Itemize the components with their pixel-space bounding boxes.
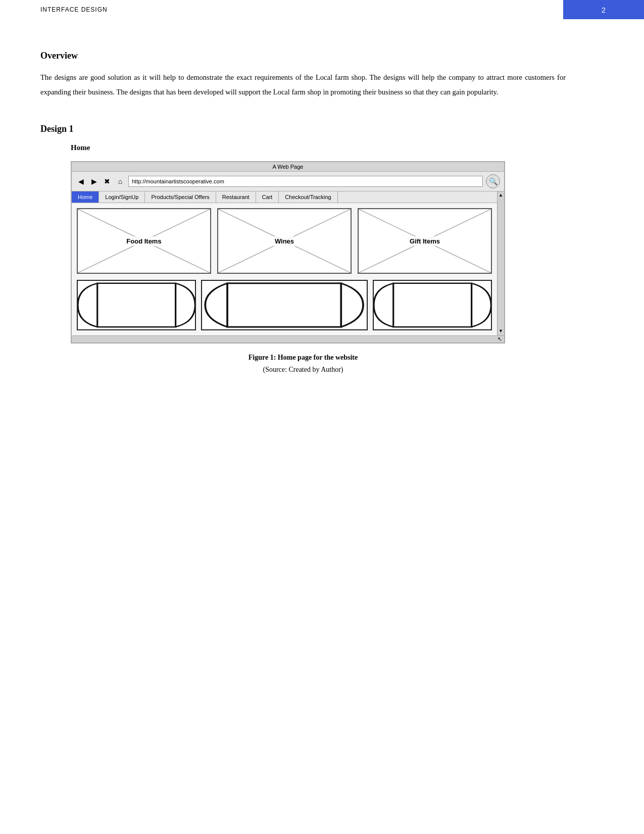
product-row: Food Items Wines xyxy=(77,208,492,274)
nav-menu-container: Home Login/SignUp Products/Special Offer… xyxy=(72,191,504,203)
nav-cart[interactable]: Cart xyxy=(256,191,279,203)
gift-items-label: Gift Items xyxy=(407,236,443,246)
close-button[interactable]: ✖ xyxy=(102,176,112,186)
carousel-item-1[interactable] xyxy=(77,280,196,330)
home-subtitle: Home xyxy=(71,143,566,152)
nav-login[interactable]: Login/SignUp xyxy=(99,191,145,203)
nav-home[interactable]: Home xyxy=(72,191,99,203)
browser-statusbar: ↖ xyxy=(72,335,504,342)
right-scrollbar[interactable]: ▼ xyxy=(497,203,504,335)
nav-menu: Home Login/SignUp Products/Special Offer… xyxy=(72,191,497,203)
back-button[interactable]: ◀ xyxy=(76,176,86,186)
header-title: INTERFACE DESIGN xyxy=(40,6,108,13)
nav-restaurant[interactable]: Restaurant xyxy=(216,191,256,203)
browser-title-bar: A Web Page xyxy=(72,162,504,172)
overview-paragraph: The designs are good solution as it will… xyxy=(40,70,566,100)
figure-caption: Figure 1: Home page for the website xyxy=(40,354,566,362)
figure-source: (Source: Created by Author) xyxy=(40,366,566,374)
svg-marker-7 xyxy=(227,283,341,327)
nav-products[interactable]: Products/Special Offers xyxy=(145,191,216,203)
browser-content: Food Items Wines xyxy=(72,203,504,335)
svg-marker-8 xyxy=(393,283,471,327)
page-number-badge: 2 xyxy=(563,0,644,19)
overview-title: Overview xyxy=(40,51,566,61)
search-button[interactable]: 🔍 xyxy=(486,174,500,188)
browser-mockup: A Web Page ◀ ▶ ✖ ⌂ http://mountainartist… xyxy=(71,161,505,344)
home-button[interactable]: ⌂ xyxy=(115,176,125,186)
forward-button[interactable]: ▶ xyxy=(89,176,99,186)
nav-checkout[interactable]: Checkout/Tracking xyxy=(279,191,337,203)
svg-marker-6 xyxy=(97,283,176,327)
gift-items-box[interactable]: Gift Items xyxy=(358,208,492,274)
browser-inner: Food Items Wines xyxy=(72,203,497,335)
carousel-item-2[interactable] xyxy=(201,280,367,330)
scrollbar-top[interactable]: ▲ xyxy=(497,191,504,203)
wines-label: Wines xyxy=(272,236,297,246)
browser-toolbar: ◀ ▶ ✖ ⌂ http://mountainartistscooperativ… xyxy=(72,172,504,191)
wines-box[interactable]: Wines xyxy=(217,208,352,274)
carousel-item-3[interactable] xyxy=(373,280,492,330)
design1-title: Design 1 xyxy=(40,124,566,134)
carousel-row xyxy=(77,280,492,330)
food-items-box[interactable]: Food Items xyxy=(77,208,211,274)
food-items-label: Food Items xyxy=(123,236,164,246)
address-bar[interactable]: http://mountainartistscooperative.com xyxy=(128,176,483,187)
